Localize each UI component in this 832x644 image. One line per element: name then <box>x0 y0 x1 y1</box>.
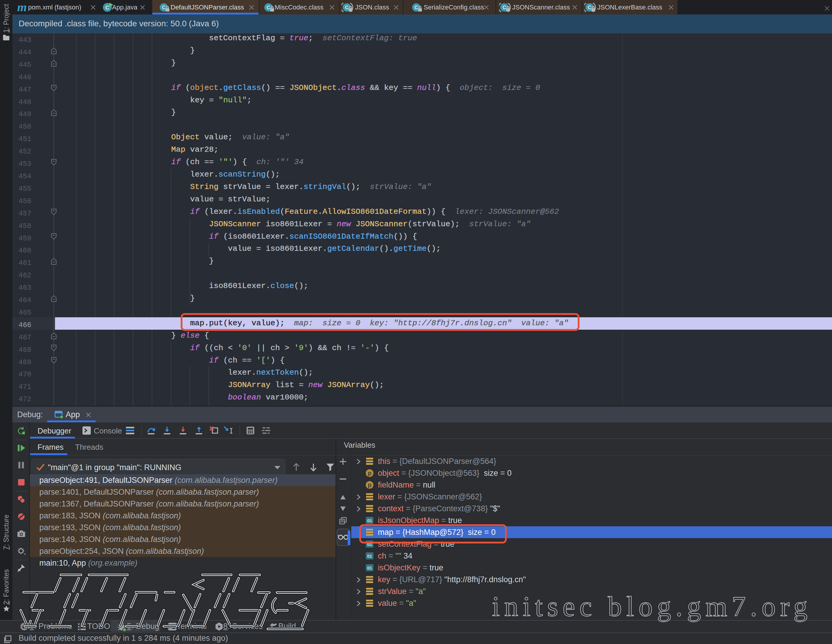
svg-text:C: C <box>345 5 349 10</box>
svg-text:p: p <box>368 470 371 476</box>
svg-text:01: 01 <box>367 566 372 570</box>
svg-text:C: C <box>414 5 418 10</box>
svg-text:C: C <box>502 5 506 10</box>
svg-text:C: C <box>162 5 166 10</box>
svg-text:01: 01 <box>367 554 372 559</box>
svg-text:p: p <box>368 482 371 488</box>
svg-text:C: C <box>588 5 591 10</box>
svg-text:C: C <box>106 5 109 11</box>
svg-text:01: 01 <box>367 518 372 523</box>
svg-text:C: C <box>267 5 270 10</box>
